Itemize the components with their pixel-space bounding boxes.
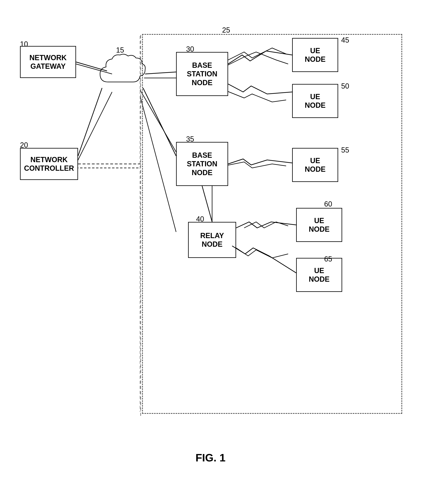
ref-65: 65 [324, 255, 332, 263]
ref-30: 30 [186, 45, 194, 53]
ref-60: 60 [324, 200, 332, 208]
base-station-2-node: BASE STATION NODE [176, 142, 228, 186]
ue-node-50: UE NODE [292, 84, 338, 118]
svg-line-9 [78, 88, 102, 156]
ref-40: 40 [196, 215, 204, 223]
cloud-node [96, 52, 146, 92]
svg-line-1 [76, 92, 112, 164]
ref-35: 35 [186, 135, 194, 143]
network-gateway-node: NETWORK GATEWAY [20, 46, 76, 78]
ue-node-60: UE NODE [296, 208, 342, 242]
ref-55: 55 [341, 146, 349, 154]
network-controller-node: NETWORK CONTROLLER [20, 148, 78, 180]
relay-node: RELAY NODE [188, 222, 236, 258]
ue-node-45: UE NODE [292, 38, 338, 72]
ue-node-65: UE NODE [296, 258, 342, 292]
ue-node-55: UE NODE [292, 148, 338, 182]
ref-45: 45 [341, 36, 349, 44]
ref-25: 25 [222, 26, 230, 34]
ref-50: 50 [341, 82, 349, 90]
ref-10: 10 [20, 40, 28, 48]
base-station-1-node: BASE STATION NODE [176, 52, 228, 96]
ref-20: 20 [20, 141, 28, 149]
diagram: 25 NETWORK GATEWAY 10 15 NETWORK CONTROL… [12, 12, 409, 472]
ref-15: 15 [116, 46, 124, 54]
figure-label: FIG. 1 [195, 451, 226, 464]
